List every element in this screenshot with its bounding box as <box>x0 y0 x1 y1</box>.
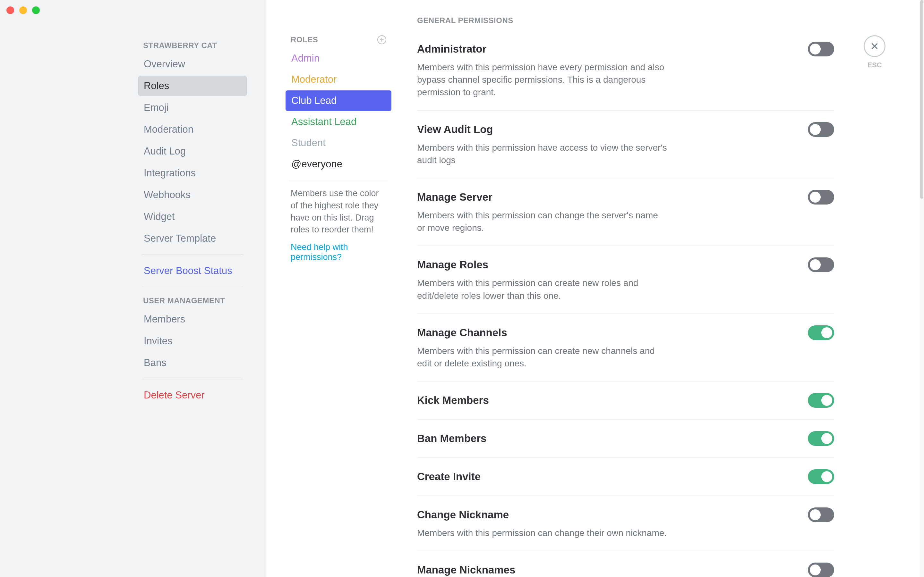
permission-toggle[interactable] <box>808 122 834 137</box>
scrollbar-thumb[interactable] <box>920 0 923 199</box>
permission-description: Members with this permission have access… <box>417 137 667 166</box>
permission-row: Create Invite <box>417 458 834 496</box>
roles-heading: ROLES <box>291 35 318 44</box>
role-item-assistant-lead[interactable]: Assistant Lead <box>286 111 391 132</box>
window-minimize-icon[interactable] <box>19 6 27 14</box>
roles-divider <box>289 181 388 181</box>
close-button[interactable] <box>864 35 885 57</box>
role-item-moderator[interactable]: Moderator <box>286 69 391 90</box>
sidebar-item-members[interactable]: Members <box>138 309 247 330</box>
permission-row: Manage Nicknames <box>417 551 834 577</box>
sidebar-item-server-boost[interactable]: Server Boost Status <box>138 261 247 281</box>
permission-name: Administrator <box>417 43 486 55</box>
main-panel: ROLES AdminModeratorClub LeadAssistant L… <box>266 0 924 577</box>
permission-description: Members with this permission can create … <box>417 272 667 301</box>
permission-row: AdministratorMembers with this permissio… <box>417 30 834 111</box>
permission-toggle[interactable] <box>808 326 834 340</box>
user-management-heading: USER MANAGEMENT <box>138 293 247 308</box>
sidebar-item-integrations[interactable]: Integrations <box>138 163 247 183</box>
permissions-column: GENERAL PERMISSIONS AdministratorMembers… <box>404 0 924 577</box>
permission-description: Members with this permission can change … <box>417 522 667 539</box>
permission-name: Manage Roles <box>417 259 488 271</box>
esc-label: ESC <box>864 61 885 69</box>
permission-toggle[interactable] <box>808 258 834 272</box>
permission-name: Ban Members <box>417 432 486 445</box>
close-panel: ESC <box>864 35 885 69</box>
sidebar-item-server-template[interactable]: Server Template <box>138 228 247 249</box>
server-name-heading: STRAWBERRY CAT <box>138 39 247 53</box>
sidebar-item-overview[interactable]: Overview <box>138 54 247 74</box>
permission-name: Manage Nicknames <box>417 564 515 576</box>
window-maximize-icon[interactable] <box>32 6 40 14</box>
sidebar-divider <box>142 379 243 379</box>
add-role-icon[interactable] <box>377 35 386 44</box>
permission-description: Members with this permission can create … <box>417 340 667 370</box>
sidebar-divider <box>142 287 243 287</box>
permission-toggle[interactable] <box>808 469 834 484</box>
sidebar-item-roles[interactable]: Roles <box>138 76 247 96</box>
permission-name: Create Invite <box>417 471 481 483</box>
role-item-everyone[interactable]: @everyone <box>286 154 391 174</box>
window-close-icon[interactable] <box>6 6 14 14</box>
permission-row: Kick Members <box>417 382 834 420</box>
permission-row: Manage ChannelsMembers with this permiss… <box>417 314 834 382</box>
permission-row: View Audit LogMembers with this permissi… <box>417 111 834 178</box>
general-permissions-heading: GENERAL PERMISSIONS <box>417 16 834 30</box>
settings-sidebar: STRAWBERRY CAT OverviewRolesEmojiModerat… <box>0 0 266 577</box>
permission-name: Change Nickname <box>417 509 509 521</box>
role-item-student[interactable]: Student <box>286 133 391 153</box>
permission-name: Manage Server <box>417 191 493 203</box>
roles-hint-text: Members use the color of the highest rol… <box>286 187 391 236</box>
sidebar-item-widget[interactable]: Widget <box>138 206 247 227</box>
permission-row: Manage RolesMembers with this permission… <box>417 246 834 314</box>
permission-name: Manage Channels <box>417 327 507 339</box>
scrollbar-track[interactable] <box>919 0 924 577</box>
permission-description: Members with this permission can change … <box>417 205 667 234</box>
permission-description: Members with this permission have every … <box>417 56 667 99</box>
permission-toggle[interactable] <box>808 190 834 205</box>
permission-toggle[interactable] <box>808 562 834 577</box>
window-controls <box>6 6 40 14</box>
permission-row: Change NicknameMembers with this permiss… <box>417 496 834 551</box>
sidebar-item-bans[interactable]: Bans <box>138 353 247 373</box>
permission-toggle[interactable] <box>808 508 834 522</box>
sidebar-item-moderation[interactable]: Moderation <box>138 119 247 140</box>
sidebar-item-webhooks[interactable]: Webhooks <box>138 185 247 205</box>
permission-toggle[interactable] <box>808 42 834 56</box>
permissions-help-link[interactable]: Need help with permissions? <box>286 236 391 262</box>
sidebar-item-audit-log[interactable]: Audit Log <box>138 141 247 161</box>
sidebar-divider <box>142 255 243 255</box>
close-icon <box>870 41 879 51</box>
permission-row: Ban Members <box>417 420 834 458</box>
permission-toggle[interactable] <box>808 431 834 446</box>
sidebar-item-emoji[interactable]: Emoji <box>138 97 247 118</box>
role-item-admin[interactable]: Admin <box>286 48 391 69</box>
roles-column: ROLES AdminModeratorClub LeadAssistant L… <box>266 0 404 577</box>
permission-toggle[interactable] <box>808 393 834 408</box>
sidebar-item-delete-server[interactable]: Delete Server <box>138 385 247 406</box>
sidebar-item-invites[interactable]: Invites <box>138 331 247 351</box>
permission-name: Kick Members <box>417 394 489 406</box>
permission-row: Manage ServerMembers with this permissio… <box>417 178 834 246</box>
permission-name: View Audit Log <box>417 123 493 135</box>
role-item-club-lead[interactable]: Club Lead <box>286 90 391 111</box>
